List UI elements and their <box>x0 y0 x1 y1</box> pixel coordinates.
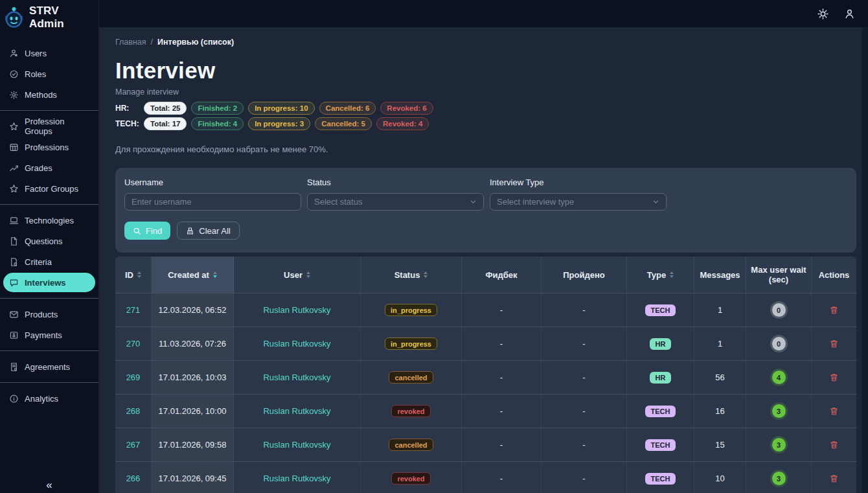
status-badge: revoked <box>391 405 430 417</box>
status-badge: in_progress <box>385 338 437 350</box>
interview-type-label: Interview Type <box>490 178 667 187</box>
interview-id-link[interactable]: 268 <box>126 406 141 416</box>
table-icon <box>9 143 19 152</box>
column-label: Фидбек <box>485 270 517 280</box>
delete-button[interactable] <box>829 474 839 483</box>
cell-messages: 15 <box>694 428 746 461</box>
wait-badge: 3 <box>772 472 786 485</box>
column-header-id[interactable]: ID <box>115 257 152 293</box>
delete-button[interactable] <box>829 373 839 382</box>
users-icon <box>9 49 19 58</box>
cell-status: revoked <box>361 462 462 493</box>
sidebar-item-label: Factor Groups <box>25 184 78 194</box>
stat-badge-in_progress: In progress: 3 <box>248 117 310 130</box>
delete-button[interactable] <box>829 406 839 416</box>
interview-id-link[interactable]: 266 <box>126 474 141 483</box>
trash-icon <box>829 373 839 382</box>
cell-created-at: 17.01.2026, 10:03 <box>152 361 234 394</box>
trash-icon <box>829 440 839 450</box>
find-button[interactable]: Find <box>124 222 170 240</box>
stat-badge-revoked: Revoked: 4 <box>376 117 429 130</box>
sidebar-item-label: Payments <box>25 330 62 340</box>
user-link[interactable]: Ruslan Rutkovsky <box>263 406 330 416</box>
username-input[interactable] <box>131 197 294 207</box>
sidebar: STRV Admin UsersRolesMethodsProfession G… <box>0 0 99 493</box>
breadcrumb-current: Интервью (список) <box>157 38 234 47</box>
type-badge: TECH <box>645 406 676 417</box>
column-header-created[interactable]: Created at <box>152 257 234 293</box>
table-row: 27011.03.2026, 07:26Ruslan Rutkovskyin_p… <box>115 327 856 360</box>
sidebar-item-professions[interactable]: Professions <box>3 137 95 157</box>
sidebar-item-criteria[interactable]: Criteria <box>3 252 95 271</box>
user-link[interactable]: Ruslan Rutkovsky <box>263 474 330 483</box>
trash-icon <box>829 339 839 349</box>
scrollbar-track[interactable] <box>862 27 868 493</box>
user-link[interactable]: Ruslan Rutkovsky <box>263 339 330 349</box>
user-profile-icon[interactable] <box>844 8 855 19</box>
interview-type-select[interactable]: Select interview type <box>490 193 667 211</box>
sidebar-item-questions[interactable]: Questions <box>3 231 95 251</box>
app-root: STRV Admin UsersRolesMethodsProfession G… <box>0 0 868 493</box>
cell-max-wait: 3 <box>746 462 812 493</box>
interview-id-link[interactable]: 270 <box>126 339 141 349</box>
sort-icon <box>424 271 428 278</box>
table-header-row: IDCreated atUserStatusФидбекПройденоType… <box>115 257 856 293</box>
cell-actions <box>812 462 856 493</box>
sidebar-item-label: Users <box>25 49 47 58</box>
sidebar-item-analytics[interactable]: Analytics <box>3 389 95 408</box>
sidebar-item-profession-groups[interactable]: Profession Groups <box>3 117 95 136</box>
breadcrumb-separator: / <box>151 38 153 47</box>
interviews-table: IDCreated atUserStatusФидбекПройденоType… <box>115 257 856 493</box>
cell-passed: - <box>542 462 627 493</box>
sidebar-divider <box>0 350 98 351</box>
sidebar-item-roles[interactable]: Roles <box>3 64 95 84</box>
column-label: User <box>284 270 303 280</box>
sidebar-item-interviews[interactable]: Interviews <box>3 273 95 292</box>
delete-button[interactable] <box>829 440 839 450</box>
cell-passed: - <box>542 327 627 360</box>
status-select[interactable]: Select status <box>307 193 484 211</box>
cell-created-at: 17.01.2026, 09:45 <box>152 462 234 493</box>
interview-id-link[interactable]: 269 <box>126 373 141 382</box>
stat-badge-cancelled: Cancelled: 5 <box>315 117 372 130</box>
column-header-status[interactable]: Status <box>361 257 462 293</box>
cell-messages: 1 <box>694 293 746 327</box>
theme-toggle-icon[interactable] <box>817 8 828 19</box>
chat-icon <box>9 278 19 288</box>
cell-passed: - <box>542 293 627 327</box>
breadcrumb-home-link[interactable]: Главная <box>115 38 146 47</box>
search-icon <box>133 227 141 235</box>
sidebar-collapse-button[interactable]: « <box>0 479 98 492</box>
wait-badge: 0 <box>772 337 786 350</box>
stat-badge-finished: Finished: 2 <box>191 102 244 115</box>
user-link[interactable]: Ruslan Rutkovsky <box>263 305 330 315</box>
sort-icon <box>213 271 217 278</box>
column-header-type[interactable]: Type <box>627 257 694 293</box>
wait-badge: 3 <box>772 438 786 452</box>
sidebar-item-grades[interactable]: Grades <box>3 158 95 178</box>
cell-status: revoked <box>361 395 462 428</box>
user-link[interactable]: Ruslan Rutkovsky <box>263 440 330 450</box>
sidebar-item-technologies[interactable]: Technologies <box>3 211 95 230</box>
cell-status: cancelled <box>361 428 462 461</box>
sidebar-item-agreements[interactable]: Agreements <box>3 357 95 376</box>
sidebar-item-factor-groups[interactable]: Factor Groups <box>3 179 95 198</box>
star-icon <box>9 122 19 132</box>
sidebar-item-label: Roles <box>25 69 46 79</box>
sidebar-item-users[interactable]: Users <box>3 43 95 63</box>
username-input-wrap <box>124 193 301 211</box>
cell-type: TECH <box>627 428 694 461</box>
interview-id-link[interactable]: 271 <box>126 305 141 315</box>
delete-button[interactable] <box>829 339 839 349</box>
cell-type: HR <box>627 361 694 394</box>
delete-button[interactable] <box>829 305 839 315</box>
sidebar-item-methods[interactable]: Methods <box>3 85 95 104</box>
interview-id-link[interactable]: 267 <box>126 440 141 450</box>
sidebar-item-payments[interactable]: Payments <box>3 325 95 345</box>
cell-id: 267 <box>115 428 152 461</box>
sidebar-item-products[interactable]: Products <box>3 304 95 324</box>
user-link[interactable]: Ruslan Rutkovsky <box>263 373 330 382</box>
column-header-user[interactable]: User <box>234 257 361 293</box>
clear-all-button[interactable]: Clear All <box>177 222 239 240</box>
column-label: Status <box>394 270 420 280</box>
